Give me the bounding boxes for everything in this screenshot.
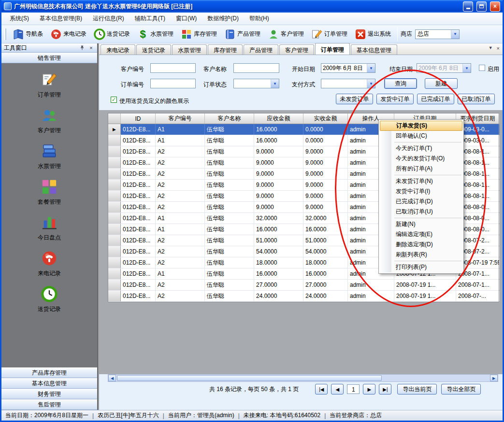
table-cell[interactable]: 伍华聪: [205, 280, 254, 290]
table-cell[interactable]: 16.0000: [303, 268, 348, 279]
first-page-button[interactable]: |◀: [315, 384, 328, 394]
chevron-down-icon[interactable]: ▼: [367, 79, 375, 88]
table-cell[interactable]: 012D-E8...: [121, 180, 156, 190]
table-cell[interactable]: A2: [156, 169, 205, 179]
table-cell[interactable]: 2008-07-...: [456, 291, 500, 301]
table-cell[interactable]: 伍华聪: [205, 135, 254, 146]
row-selector[interactable]: [108, 257, 121, 268]
table-cell[interactable]: 32.0000: [303, 213, 348, 224]
table-cell[interactable]: A1: [156, 224, 205, 235]
table-cell[interactable]: 012D-E8...: [121, 235, 156, 246]
row-selector[interactable]: [108, 224, 121, 235]
grid-column-header[interactable]: 应收金额: [254, 113, 303, 124]
context-menu-item[interactable]: 今天的订单(T): [380, 143, 462, 154]
table-cell[interactable]: 伍华聪: [205, 268, 254, 279]
table-cell[interactable]: A2: [156, 157, 205, 168]
next-page-button[interactable]: ▶: [363, 384, 375, 394]
table-cell[interactable]: 伍华聪: [205, 124, 254, 135]
row-selector[interactable]: [108, 246, 121, 257]
table-cell[interactable]: A2: [156, 146, 205, 157]
tab-0[interactable]: 来电记录: [101, 44, 135, 55]
table-cell[interactable]: 012D-E8...: [121, 202, 156, 212]
menu-item[interactable]: 系统(S): [4, 13, 34, 25]
table-cell[interactable]: 012D-E8...: [121, 146, 156, 157]
table-cell[interactable]: 9.0000: [254, 180, 303, 190]
chevron-down-icon[interactable]: ▼: [367, 64, 375, 72]
toolbar-product-button[interactable]: 产品管理: [220, 27, 264, 42]
tool-window-close-icon[interactable]: ×: [87, 44, 95, 52]
table-cell[interactable]: A2: [156, 257, 205, 268]
table-cell[interactable]: 27.0000: [254, 280, 303, 290]
sidebar-item-delivery-log[interactable]: 送货记录: [38, 286, 61, 313]
table-cell[interactable]: 16.0000: [254, 135, 303, 146]
table-cell[interactable]: 18.0000: [254, 257, 303, 268]
menu-item[interactable]: 辅助工具(T): [130, 13, 171, 25]
toolbar-order-button[interactable]: 订单管理: [307, 27, 351, 42]
query-button[interactable]: 查询: [384, 78, 417, 89]
table-cell[interactable]: A2: [156, 191, 205, 201]
customer-name-input[interactable]: [233, 63, 279, 73]
table-cell[interactable]: 伍华聪: [205, 235, 254, 246]
table-cell[interactable]: 54.0000: [303, 246, 348, 257]
table-cell[interactable]: 9.0000: [254, 157, 303, 168]
row-selector[interactable]: [108, 280, 121, 290]
context-menu-item[interactable]: 未发货订单(N): [380, 176, 462, 186]
sidebar-bottom-section[interactable]: 售后管理: [1, 399, 97, 410]
new-button[interactable]: 新建: [425, 78, 458, 89]
table-cell[interactable]: 32.0000: [254, 213, 303, 224]
table-cell[interactable]: 伍华聪: [205, 157, 254, 168]
table-cell[interactable]: 伍华聪: [205, 180, 254, 190]
table-cell[interactable]: 16.0000: [303, 224, 348, 235]
enable-checkbox[interactable]: [479, 65, 485, 71]
table-cell[interactable]: 2008-07-1...: [456, 280, 500, 290]
table-cell[interactable]: A1: [156, 268, 205, 279]
table-cell[interactable]: A2: [156, 246, 205, 257]
table-cell[interactable]: 9.0000: [303, 157, 348, 168]
minimize-button[interactable]: [463, 1, 473, 12]
row-selector[interactable]: [108, 135, 121, 146]
table-cell[interactable]: 9.0000: [303, 191, 348, 201]
row-selector[interactable]: [108, 202, 121, 212]
toolbar-customer-button[interactable]: 客户管理: [264, 27, 307, 42]
start-date-picker[interactable]: 2009年 6月 8日 ▼: [321, 63, 375, 73]
maximize-button[interactable]: [476, 1, 487, 12]
table-cell[interactable]: 012D-E8...: [121, 224, 156, 235]
table-cell[interactable]: 012D-E8...: [121, 291, 156, 301]
table-cell[interactable]: A2: [156, 235, 205, 246]
sidebar-item-call-log[interactable]: 来电记录: [38, 250, 61, 278]
table-cell[interactable]: 012D-E8...: [121, 246, 156, 257]
tab-5[interactable]: 客户管理: [279, 44, 314, 55]
table-cell[interactable]: 51.0000: [254, 235, 303, 246]
pin-icon[interactable]: [78, 44, 86, 52]
tab-2[interactable]: 水票管理: [172, 44, 207, 55]
table-cell[interactable]: 伍华聪: [205, 257, 254, 268]
status-filter-button[interactable]: 已完成订单: [417, 94, 454, 104]
table-cell[interactable]: 伍华聪: [205, 291, 254, 301]
table-cell[interactable]: 16.0000: [254, 224, 303, 235]
row-selector[interactable]: [108, 146, 121, 157]
end-date-picker[interactable]: 2009年 6月 8日 ▼: [417, 63, 471, 73]
table-cell[interactable]: 9.0000: [303, 202, 348, 212]
table-cell[interactable]: 9.0000: [303, 146, 348, 157]
table-cell[interactable]: 27.0000: [303, 280, 348, 290]
row-selector[interactable]: [108, 213, 121, 224]
table-cell[interactable]: 伍华聪: [205, 169, 254, 179]
scroll-left-icon[interactable]: ◀: [108, 375, 116, 381]
table-cell[interactable]: A1: [156, 124, 205, 135]
table-cell[interactable]: 012D-E8...: [121, 191, 156, 201]
row-selector[interactable]: [108, 291, 121, 301]
chevron-down-icon[interactable]: ▼: [271, 79, 279, 88]
sidebar-bottom-section[interactable]: 基本信息管理: [1, 378, 97, 389]
context-menu-item[interactable]: 回单确认(C): [380, 131, 462, 141]
toolbar-call-log-button[interactable]: 来电记录: [46, 27, 90, 42]
menu-item[interactable]: 窗口(W): [171, 13, 202, 25]
table-cell[interactable]: 012D-E8...: [121, 135, 156, 146]
export-all-pages-button[interactable]: 导出全部页: [441, 384, 481, 394]
table-cell[interactable]: 伍华聪: [205, 202, 254, 212]
table-cell[interactable]: 24.0000: [254, 291, 303, 301]
grid-column-header[interactable]: ID: [121, 113, 156, 124]
color-display-checkbox[interactable]: ✓: [111, 97, 117, 103]
pay-method-select[interactable]: ▼: [321, 79, 375, 88]
context-menu-item[interactable]: 刷新列表(R): [380, 250, 462, 260]
grid-column-header[interactable]: 实收金额: [303, 113, 348, 124]
